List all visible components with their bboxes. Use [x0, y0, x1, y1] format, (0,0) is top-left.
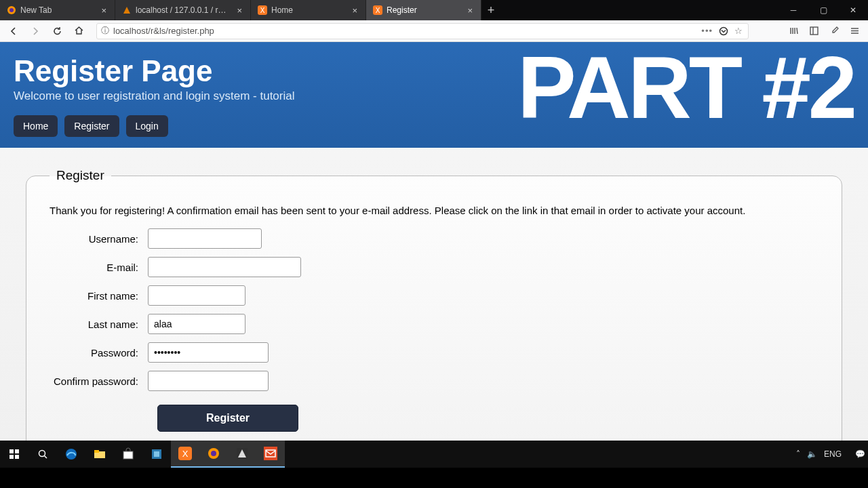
info-icon: ⓘ [101, 25, 109, 37]
start-button[interactable] [0, 441, 28, 468]
svg-marker-2 [123, 7, 130, 14]
search-button[interactable] [28, 441, 57, 468]
tab-label: New Tab [20, 5, 96, 15]
last-name-input[interactable] [148, 314, 245, 334]
close-window-button[interactable]: ✕ [838, 0, 868, 20]
svg-rect-12 [9, 455, 14, 459]
tab-home[interactable]: X Home × [251, 0, 366, 20]
xampp-icon: X [373, 5, 382, 15]
minimize-button[interactable]: ─ [778, 0, 808, 20]
firefox-icon [7, 5, 16, 15]
forward-button[interactable] [26, 22, 45, 41]
browser-toolbar: ⓘ localhost/r&ls/register.php ••• ☆ [0, 20, 868, 42]
maximize-button[interactable]: ▢ [808, 0, 838, 20]
reader-icon[interactable] [714, 26, 733, 37]
home-button[interactable] [69, 22, 88, 41]
close-icon[interactable]: × [351, 5, 359, 16]
tab-label: Home [271, 5, 347, 15]
close-icon[interactable]: × [466, 5, 474, 16]
svg-rect-19 [123, 451, 133, 459]
username-input[interactable] [148, 228, 262, 249]
nav-home[interactable]: Home [14, 115, 58, 137]
svg-rect-13 [15, 455, 19, 459]
svg-line-15 [45, 456, 47, 459]
new-tab-button[interactable]: + [481, 0, 500, 20]
taskbar-xampp-icon[interactable]: X [171, 441, 199, 468]
tab-label: localhost / 127.0.0.1 / r&ls / us… [136, 5, 231, 15]
taskbar-edge-icon[interactable] [57, 441, 85, 468]
svg-point-14 [39, 451, 45, 457]
svg-rect-11 [15, 449, 19, 453]
menu-button[interactable] [845, 22, 864, 41]
eyedropper-icon[interactable] [825, 22, 844, 41]
svg-rect-8 [810, 27, 818, 35]
svg-rect-10 [9, 449, 14, 453]
window-controls: ─ ▢ ✕ [778, 0, 868, 20]
last-name-label: Last name: [50, 319, 148, 330]
register-fieldset: Register Thank you for registering! A co… [26, 168, 842, 441]
sidebar-icon[interactable] [804, 22, 823, 41]
library-icon[interactable] [784, 22, 803, 41]
fieldset-legend: Register [50, 168, 111, 183]
bookmark-icon[interactable]: ☆ [734, 26, 743, 36]
tab-label: Register [387, 5, 462, 15]
close-icon[interactable]: × [235, 5, 243, 16]
overlay-text: PART #2 [517, 42, 854, 138]
browser-tabstrip: New Tab × localhost / 127.0.0.1 / r&ls /… [0, 0, 868, 20]
windows-taskbar: X ˄ 🔈 ENG 💬 [0, 441, 868, 468]
taskbar-app1-icon[interactable] [142, 441, 171, 468]
confirm-password-label: Confirm password: [50, 375, 148, 387]
more-icon[interactable]: ••• [701, 26, 713, 36]
url-bar[interactable]: ⓘ localhost/r&ls/register.php ••• ☆ [96, 23, 749, 39]
page-header: Register Page Welcome to user registrati… [0, 42, 868, 148]
main-content: Register Thank you for registering! A co… [0, 148, 868, 441]
svg-text:X: X [182, 449, 189, 459]
svg-rect-18 [94, 450, 99, 453]
email-input[interactable] [148, 257, 301, 277]
page-viewport: Register Page Welcome to user registrati… [0, 42, 868, 441]
phpmyadmin-icon [122, 5, 132, 15]
svg-text:X: X [260, 7, 265, 14]
close-icon[interactable]: × [100, 5, 108, 16]
tray-language[interactable]: ENG [824, 449, 842, 459]
first-name-label: First name: [50, 290, 148, 302]
tray-volume-icon[interactable]: 🔈 [807, 449, 817, 459]
password-label: Password: [50, 347, 148, 359]
taskbar-firefox-icon[interactable] [199, 441, 228, 468]
system-tray: ˄ 🔈 ENG 💬 [796, 449, 868, 459]
username-label: Username: [50, 233, 148, 245]
xampp-icon: X [258, 5, 267, 15]
first-name-input[interactable] [148, 285, 245, 306]
password-input[interactable] [148, 342, 269, 363]
svg-point-7 [720, 27, 728, 35]
svg-point-25 [211, 451, 216, 456]
tab-phpmyadmin[interactable]: localhost / 127.0.0.1 / r&ls / us… × [115, 0, 251, 20]
confirmation-message: Thank you for registering! A confirmatio… [50, 205, 818, 216]
back-button[interactable] [4, 22, 23, 41]
tray-notifications-icon[interactable]: 💬 [855, 449, 865, 459]
taskbar-store-icon[interactable] [114, 441, 142, 468]
url-text: localhost/r&ls/register.php [113, 26, 214, 36]
svg-text:X: X [376, 7, 380, 14]
reload-button[interactable] [47, 22, 66, 41]
nav-register[interactable]: Register [64, 115, 119, 137]
email-label: E-mail: [50, 262, 148, 273]
tab-new-tab[interactable]: New Tab × [0, 0, 115, 20]
taskbar-file-explorer-icon[interactable] [85, 441, 114, 468]
tab-register[interactable]: X Register × [366, 0, 481, 20]
taskbar-app2-icon[interactable] [228, 441, 256, 468]
tray-chevron-icon[interactable]: ˄ [796, 449, 800, 459]
taskbar-mail-icon[interactable] [256, 441, 285, 468]
svg-point-1 [9, 8, 14, 12]
svg-rect-21 [154, 451, 159, 457]
nav-login[interactable]: Login [126, 115, 168, 137]
confirm-password-input[interactable] [148, 371, 269, 391]
register-button[interactable]: Register [157, 405, 298, 432]
